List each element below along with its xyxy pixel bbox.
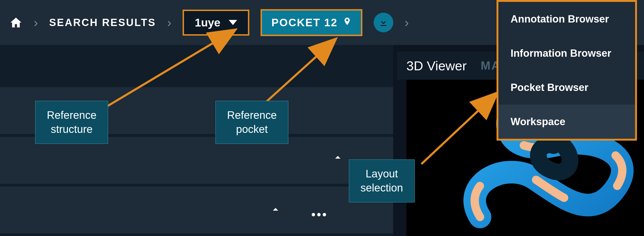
reference-pocket-chip[interactable]: POCKET 12 [260,9,362,36]
home-icon[interactable] [9,16,22,29]
callout-layout-selection: Layout selection [349,159,415,202]
pocket-label: POCKET 12 [271,16,338,29]
callout-reference-pocket: Reference pocket [215,101,288,144]
chevron-right-icon: › [34,15,38,30]
callout-reference-structure: Reference structure [35,101,108,144]
result-row[interactable] [0,137,393,184]
chevron-up-icon[interactable] [332,153,344,162]
chevron-right-icon: › [167,15,171,30]
result-row[interactable]: ••• [0,186,393,233]
structure-id-value: 1uye [195,16,220,29]
more-icon[interactable]: ••• [311,208,328,221]
menu-item-workspace[interactable]: Workspace [498,105,635,139]
tab-3d-viewer[interactable]: 3D Viewer [406,58,466,73]
chevron-down-icon [229,20,237,25]
reference-structure-dropdown[interactable]: 1uye [182,10,249,36]
location-pin-icon [343,16,352,30]
menu-item-information-browser[interactable]: Information Browser [498,36,635,70]
menu-item-pocket-browser[interactable]: Pocket Browser [498,70,635,105]
layout-selection-menu: Annotation Browser Information Browser P… [496,0,637,141]
chevron-right-icon: › [404,15,409,30]
breadcrumb-search-results[interactable]: SEARCH RESULTS [49,17,156,28]
menu-item-annotation-browser[interactable]: Annotation Browser [498,2,635,36]
chevron-up-icon[interactable] [269,205,282,214]
download-button[interactable] [374,13,393,32]
